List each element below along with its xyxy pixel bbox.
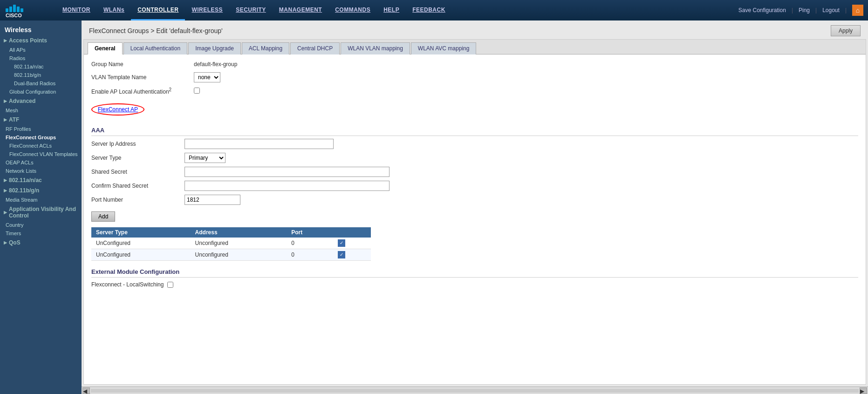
svg-rect-0 bbox=[6, 8, 8, 12]
nav-menu: MONITORWLANsCONTROLLERWIRELESSSECURITYMA… bbox=[56, 0, 738, 20]
sidebar-item-global-configuration[interactable]: Global Configuration bbox=[0, 88, 82, 96]
aaa-table: Server Type Address Port UnConfiguredUnc… bbox=[91, 227, 371, 261]
sidebar-item-timers[interactable]: Timers bbox=[0, 229, 82, 238]
port-number-input[interactable] bbox=[185, 195, 240, 205]
sidebar-item-dual-band-radios[interactable]: Dual-Band Radios bbox=[0, 79, 82, 88]
aaa-form: Server Ip Address Server Type Primary Se… bbox=[91, 139, 858, 222]
sidebar-item-802.11a/n/ac[interactable]: 802.11a/n/ac bbox=[0, 62, 82, 71]
shared-secret-input[interactable] bbox=[185, 167, 390, 177]
cell-address: Unconfigured bbox=[191, 249, 287, 261]
vlan-template-label: VLAN Template Name bbox=[91, 74, 194, 81]
sidebar-item-oeap-acls[interactable]: OEAP ACLs bbox=[0, 158, 82, 167]
save-config-link[interactable]: Save Configuration bbox=[738, 7, 786, 14]
sidebar: Wireless ▶ Access PointsAll APsRadios802… bbox=[0, 20, 82, 394]
tab-local-authentication[interactable]: Local Authentication bbox=[123, 42, 187, 54]
vlan-template-select[interactable]: none bbox=[194, 72, 220, 82]
server-ip-row: Server Ip Address bbox=[91, 139, 858, 149]
sidebar-item-radios[interactable]: Radios bbox=[0, 54, 82, 62]
sidebar-item-flexconnect-vlan-templates[interactable]: FlexConnect VLAN Templates bbox=[0, 150, 82, 158]
nav-item-wlans[interactable]: WLANs bbox=[97, 0, 131, 20]
sidebar-item-advanced[interactable]: ▶ Advanced bbox=[0, 96, 82, 106]
logout-link[interactable]: Logout bbox=[822, 7, 840, 14]
sidebar-item-rf-profiles[interactable]: RF Profiles bbox=[0, 125, 82, 133]
sidebar-item-802.11b/g/n[interactable]: 802.11b/g/n bbox=[0, 71, 82, 79]
col-action bbox=[333, 227, 371, 238]
scroll-left-button[interactable]: ◀ bbox=[82, 387, 90, 394]
tab-wlan-vlan-mapping[interactable]: WLAN VLAN mapping bbox=[341, 42, 410, 54]
nav-item-feedback[interactable]: FEEDBACK bbox=[406, 0, 452, 20]
group-name-label: Group Name bbox=[91, 61, 194, 68]
enable-local-auth-checkbox[interactable] bbox=[194, 88, 200, 94]
sidebar-item-qos[interactable]: ▶ QoS bbox=[0, 238, 82, 248]
server-type-label: Server Type bbox=[91, 155, 185, 161]
cell-address: Unconfigured bbox=[191, 238, 287, 249]
apply-button[interactable]: Apply bbox=[831, 25, 861, 36]
cell-action[interactable]: ✓ bbox=[333, 238, 371, 249]
col-address: Address bbox=[191, 227, 287, 238]
page-header: FlexConnect Groups > Edit 'default-flex-… bbox=[82, 20, 868, 39]
sidebar-item-media-stream[interactable]: Media Stream bbox=[0, 196, 82, 204]
sidebar-item-network-lists[interactable]: Network Lists bbox=[0, 167, 82, 175]
group-name-row: Group Name default-flex-group bbox=[91, 61, 858, 68]
sidebar-item-flexconnect-groups[interactable]: FlexConnect Groups bbox=[0, 133, 82, 142]
sidebar-item-all-aps[interactable]: All APs bbox=[0, 46, 82, 54]
server-ip-input[interactable] bbox=[185, 139, 334, 149]
flexconnect-ap-container: FlexConnect AP bbox=[91, 100, 858, 122]
flexconnect-ap-link[interactable]: FlexConnect AP bbox=[91, 103, 144, 115]
port-number-label: Port Number bbox=[91, 197, 185, 203]
cell-server-type: UnConfigured bbox=[91, 238, 191, 249]
server-type-select[interactable]: Primary Secondary bbox=[185, 153, 226, 163]
tab-acl-mapping[interactable]: ACL Mapping bbox=[242, 42, 289, 54]
col-server-type: Server Type bbox=[91, 227, 191, 238]
sidebar-item-flexconnect-acls[interactable]: FlexConnect ACLs bbox=[0, 142, 82, 150]
home-icon[interactable]: ⌂ bbox=[852, 5, 863, 16]
sidebar-item-802.11b/g/n[interactable]: ▶ 802.11b/g/n bbox=[0, 185, 82, 196]
ext-module-checkbox[interactable] bbox=[167, 282, 173, 288]
server-type-row: Server Type Primary Secondary bbox=[91, 153, 858, 163]
confirm-shared-secret-input[interactable] bbox=[185, 181, 390, 191]
table-row: UnConfiguredUnconfigured0✓ bbox=[91, 238, 371, 249]
nav-item-management[interactable]: MANAGEMENT bbox=[273, 0, 328, 20]
add-button[interactable]: Add bbox=[91, 211, 115, 222]
nav-item-help[interactable]: HELP bbox=[377, 0, 406, 20]
ext-module-label: Flexconnect - LocalSwitching bbox=[91, 281, 164, 288]
row-action-icon[interactable]: ✓ bbox=[338, 239, 345, 247]
tab-central-dhcp[interactable]: Central DHCP bbox=[290, 42, 340, 54]
nav-item-commands[interactable]: COMMANDS bbox=[328, 0, 377, 20]
row-action-icon[interactable]: ✓ bbox=[338, 251, 345, 258]
tab-general[interactable]: General bbox=[88, 42, 123, 54]
sidebar-item-access-points[interactable]: ▶ Access Points bbox=[0, 35, 82, 46]
sidebar-item-mesh[interactable]: Mesh bbox=[0, 106, 82, 115]
horizontal-scrollbar[interactable]: ◀ ▶ bbox=[82, 387, 868, 394]
cell-action[interactable]: ✓ bbox=[333, 249, 371, 261]
sidebar-item-802.11a/n/ac[interactable]: ▶ 802.11a/n/ac bbox=[0, 175, 82, 185]
top-right-actions: Save Configuration | Ping | Logout | ⌂ bbox=[738, 5, 863, 16]
breadcrumb: FlexConnect Groups > Edit 'default-flex-… bbox=[89, 27, 223, 34]
tab-image-upgrade[interactable]: Image Upgrade bbox=[188, 42, 241, 54]
cell-port: 0 bbox=[287, 249, 333, 261]
cisco-logo: CISCO bbox=[5, 2, 47, 19]
aaa-table-body: UnConfiguredUnconfigured0✓UnConfiguredUn… bbox=[91, 238, 371, 261]
sidebar-item-application-visibility-and-control[interactable]: ▶ Application Visibility And Control bbox=[0, 204, 82, 221]
ext-module-row: Flexconnect - LocalSwitching bbox=[91, 281, 858, 288]
confirm-shared-secret-row: Confirm Shared Secret bbox=[91, 181, 858, 191]
tabs-bar: GeneralLocal AuthenticationImage Upgrade… bbox=[84, 40, 866, 54]
content-area: GeneralLocal AuthenticationImage Upgrade… bbox=[83, 39, 866, 385]
ping-link[interactable]: Ping bbox=[799, 7, 810, 14]
svg-text:CISCO: CISCO bbox=[6, 13, 22, 18]
cell-port: 0 bbox=[287, 238, 333, 249]
table-row: UnConfiguredUnconfigured0✓ bbox=[91, 249, 371, 261]
shared-secret-row: Shared Secret bbox=[91, 167, 858, 177]
nav-item-monitor[interactable]: MONITOR bbox=[56, 0, 97, 20]
nav-item-security[interactable]: SECURITY bbox=[229, 0, 273, 20]
sidebar-item-atf[interactable]: ▶ ATF bbox=[0, 115, 82, 125]
scroll-track[interactable] bbox=[91, 389, 859, 393]
ext-module-title: External Module Configuration bbox=[91, 268, 858, 278]
sidebar-item-country[interactable]: Country bbox=[0, 221, 82, 229]
nav-item-controller[interactable]: CONTROLLER bbox=[131, 0, 185, 20]
nav-item-wireless[interactable]: WIRELESS bbox=[185, 0, 229, 20]
topbar: CISCO MONITORWLANsCONTROLLERWIRELESSSECU… bbox=[0, 0, 868, 20]
sidebar-items: ▶ Access PointsAll APsRadios802.11a/n/ac… bbox=[0, 35, 82, 248]
tab-wlan-avc-mapping[interactable]: WLAN AVC mapping bbox=[411, 42, 477, 54]
scroll-right-button[interactable]: ▶ bbox=[860, 387, 867, 394]
